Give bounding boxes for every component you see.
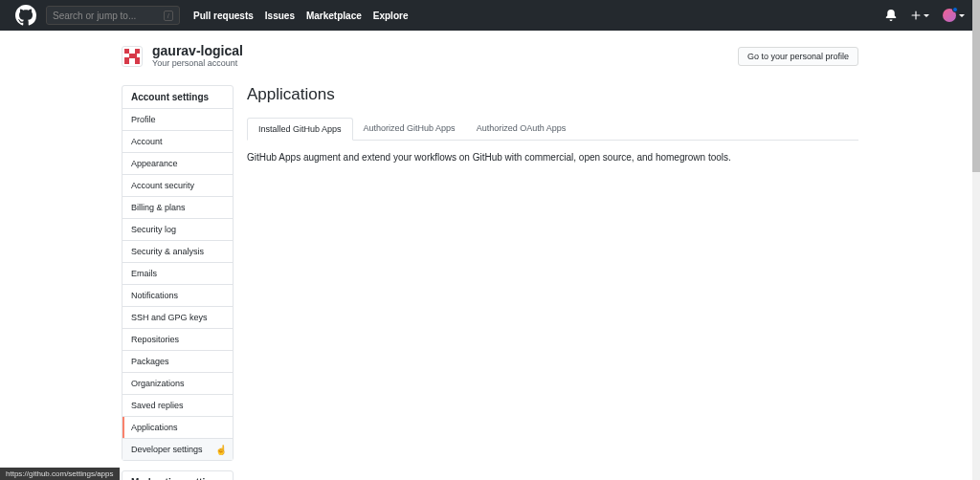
main-container: gaurav-logical Your personal account Go … [122,31,858,480]
avatar [943,9,956,22]
github-logo-icon[interactable] [15,5,36,26]
tabs: Installed GitHub Apps Authorized GitHub … [247,118,858,141]
nav-marketplace[interactable]: Marketplace [306,11,362,21]
notifications-icon[interactable] [885,10,897,21]
sidebar: Account settings Profile Account Appeara… [122,85,234,480]
sidebar-item-emails[interactable]: Emails [122,262,233,284]
search-slash-hint: / [164,11,173,21]
page-title: Applications [247,85,858,104]
nav-issues[interactable]: Issues [265,11,295,21]
plus-icon [910,10,922,21]
top-header: / Pull requests Issues Marketplace Explo… [0,0,980,31]
description: GitHub Apps augment and extend your work… [247,152,858,163]
user-menu[interactable] [943,9,965,22]
sidebar-item-account-security[interactable]: Account security [122,174,233,196]
caret-down-icon [924,14,929,17]
browser-status-bar: https://github.com/settings/apps [0,468,120,480]
sidebar-section-moderation: Moderation settings Blocked users Intera… [122,470,234,480]
sidebar-item-saved-replies[interactable]: Saved replies [122,394,233,416]
sidebar-section-account: Account settings Profile Account Appeara… [122,85,234,461]
sidebar-header-account: Account settings [122,86,233,108]
sidebar-item-security-analysis[interactable]: Security & analysis [122,240,233,262]
sidebar-item-security-log[interactable]: Security log [122,218,233,240]
nav-explore[interactable]: Explore [373,11,409,21]
sidebar-item-billing[interactable]: Billing & plans [122,196,233,218]
sidebar-item-notifications[interactable]: Notifications [122,284,233,306]
profile-info: gaurav-logical Your personal account [152,44,243,68]
pointer-cursor-icon: ☝ [215,445,227,455]
sidebar-item-organizations[interactable]: Organizations [122,372,233,394]
sidebar-item-appearance[interactable]: Appearance [122,152,233,174]
profile-avatar [122,46,143,67]
nav-pull-requests[interactable]: Pull requests [193,11,254,21]
nav-links: Pull requests Issues Marketplace Explore [193,11,408,21]
caret-down-icon [959,14,965,17]
scrollbar-track[interactable] [972,0,980,480]
account-type: Your personal account [152,58,243,68]
sidebar-item-profile[interactable]: Profile [122,108,233,130]
notification-dot-icon [952,7,958,12]
tab-authorized-oauth[interactable]: Authorized OAuth Apps [466,118,577,140]
search-box[interactable]: / [46,6,180,25]
sidebar-item-repositories[interactable]: Repositories [122,328,233,350]
header-right [885,9,965,22]
sidebar-item-applications[interactable]: Applications [122,416,233,438]
main-content: Applications Installed GitHub Apps Autho… [247,85,858,480]
create-menu[interactable] [910,10,929,21]
identicon-icon [122,46,143,67]
sidebar-item-packages[interactable]: Packages [122,350,233,372]
sidebar-item-developer-settings[interactable]: Developer settings☝ [122,438,233,460]
search-input[interactable] [53,11,164,21]
layout: Account settings Profile Account Appeara… [122,85,858,480]
profile-header: gaurav-logical Your personal account Go … [122,44,858,68]
sidebar-item-ssh-gpg[interactable]: SSH and GPG keys [122,306,233,328]
tab-authorized-apps[interactable]: Authorized GitHub Apps [353,118,466,140]
scrollbar-thumb[interactable] [972,0,980,172]
tab-installed-apps[interactable]: Installed GitHub Apps [247,118,353,141]
username: gaurav-logical [152,44,243,58]
sidebar-header-moderation: Moderation settings [122,471,233,480]
sidebar-item-account[interactable]: Account [122,130,233,152]
go-to-profile-button[interactable]: Go to your personal profile [738,47,858,66]
